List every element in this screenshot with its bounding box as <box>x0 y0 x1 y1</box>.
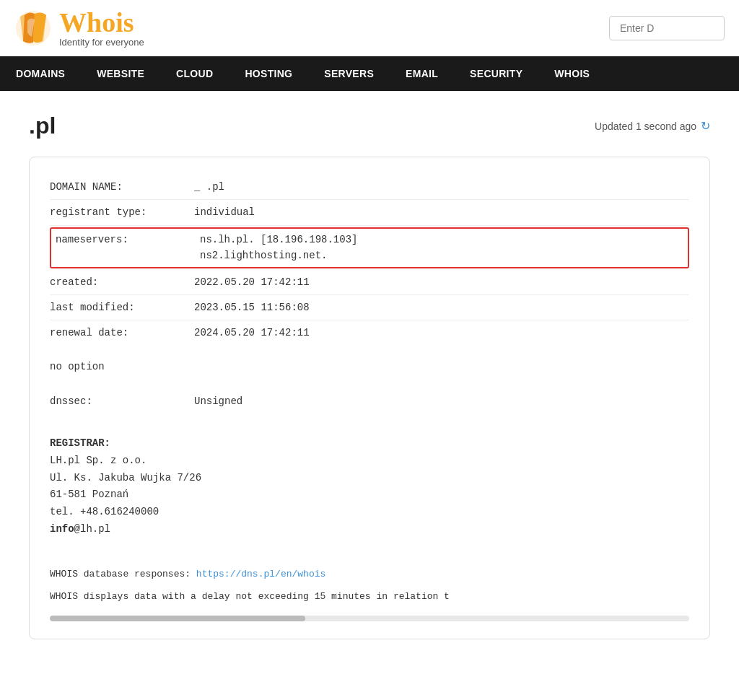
updated-text: Updated 1 second ago <box>595 121 696 132</box>
nameservers-label: nameservers: <box>56 232 200 248</box>
logo-whois-text: Whois <box>59 9 144 36</box>
no-option-text: no option <box>50 361 105 372</box>
search-input[interactable] <box>609 16 725 40</box>
db-response-url: https://dns.pl/en/whois <box>196 569 325 579</box>
whois-renewal-date-row: renewal date: 2024.05.20 17:42:11 <box>50 320 689 345</box>
domain-title-row: .pl Updated 1 second ago ↻ <box>29 113 710 139</box>
registrar-block: REGISTRAR: LH.pl Sp. z o.o. Ul. Ks. Jaku… <box>50 431 689 543</box>
disclaimer-text: WHOIS displays data with a delay not exc… <box>50 591 450 602</box>
spacer6 <box>50 551 689 560</box>
nav-item-domains[interactable]: DOMAINS <box>0 56 81 91</box>
nav-item-servers[interactable]: SERVERS <box>308 56 390 91</box>
whois-logo-icon <box>14 9 52 47</box>
registrar-email-bold: info <box>50 523 74 535</box>
db-response-line: WHOIS database responses: https://dns.pl… <box>50 567 689 582</box>
whois-table: DOMAIN NAME: _ .pl registrant type: indi… <box>50 175 689 346</box>
registrant-type-value: individual <box>194 204 255 220</box>
nav-item-email[interactable]: EMAIL <box>390 56 454 91</box>
registrar-email-suffix: @lh.pl <box>74 523 110 535</box>
dnssec-label: dnssec: <box>50 393 194 409</box>
registrar-label: REGISTRAR: <box>50 435 689 452</box>
whois-card: DOMAIN NAME: _ .pl registrant type: indi… <box>29 157 710 639</box>
spacer1 <box>50 346 689 354</box>
last-modified-value: 2023.05.15 11:56:08 <box>194 299 310 315</box>
created-label: created: <box>50 274 194 290</box>
registrar-email: info@lh.pl <box>50 521 689 538</box>
domain-title: .pl <box>29 113 56 139</box>
registrar-tel: tel. +48.616240000 <box>50 504 689 521</box>
registrant-type-label: registrant type: <box>50 204 194 220</box>
registrar-name: LH.pl Sp. z o.o. <box>50 452 689 470</box>
scrollbar-container[interactable] <box>50 616 689 621</box>
domain-name-value: _ .pl <box>194 179 224 195</box>
registrar-address2: 61-581 Poznań <box>50 486 689 504</box>
whois-dnssec-row: dnssec: Unsigned <box>50 389 689 414</box>
refresh-icon[interactable]: ↻ <box>701 119 710 133</box>
created-value: 2022.05.20 17:42:11 <box>194 274 310 290</box>
nav-item-website[interactable]: WEBSITE <box>81 56 160 91</box>
disclaimer-line: WHOIS displays data with a delay not exc… <box>50 590 689 605</box>
renewal-date-label: renewal date: <box>50 325 194 341</box>
logo-text-area: Whois Identity for everyone <box>59 9 144 47</box>
nav-item-whois[interactable]: WHOIS <box>538 56 605 91</box>
spacer5 <box>50 543 689 551</box>
logo-area: Whois Identity for everyone <box>14 9 144 47</box>
whois-last-modified-row: last modified: 2023.05.15 11:56:08 <box>50 295 689 320</box>
nav-item-security[interactable]: SECURITY <box>454 56 538 91</box>
spacer4 <box>50 422 689 431</box>
domain-name-label: DOMAIN NAME: <box>50 179 194 195</box>
nameserver1: ns.lh.pl. [18.196.198.103] <box>200 234 357 245</box>
whois-dnssec-table: dnssec: Unsigned <box>50 389 689 414</box>
main-nav: DOMAINS WEBSITE CLOUD HOSTING SERVERS EM… <box>0 56 739 91</box>
registrar-address1: Ul. Ks. Jakuba Wujka 7/26 <box>50 470 689 487</box>
whois-domain-name-row: DOMAIN NAME: _ .pl <box>50 175 689 200</box>
whois-registrant-type-row: registrant type: individual <box>50 200 689 225</box>
nameserver2: ns2.lighthosting.net. <box>200 250 327 261</box>
dnssec-value: Unsigned <box>194 393 242 409</box>
scrollbar-thumb[interactable] <box>50 616 305 621</box>
nav-item-cloud[interactable]: CLOUD <box>160 56 229 91</box>
spacer2 <box>50 380 689 389</box>
main-content: .pl Updated 1 second ago ↻ DOMAIN NAME: … <box>0 91 739 661</box>
nav-item-hosting[interactable]: HOSTING <box>229 56 308 91</box>
last-modified-label: last modified: <box>50 299 194 315</box>
spacer3 <box>50 414 689 422</box>
logo-tagline: Identity for everyone <box>59 38 144 47</box>
nameservers-values: ns.lh.pl. [18.196.198.103] ns2.lighthost… <box>200 232 357 264</box>
header: Whois Identity for everyone <box>0 0 739 56</box>
whois-nameservers-row: nameservers: ns.lh.pl. [18.196.198.103] … <box>50 227 689 268</box>
whois-created-row: created: 2022.05.20 17:42:11 <box>50 270 689 295</box>
renewal-date-value: 2024.05.20 17:42:11 <box>194 325 310 341</box>
db-response-label: WHOIS database responses: <box>50 569 191 579</box>
updated-badge: Updated 1 second ago ↻ <box>595 119 710 133</box>
no-option-block: no option <box>50 354 689 380</box>
